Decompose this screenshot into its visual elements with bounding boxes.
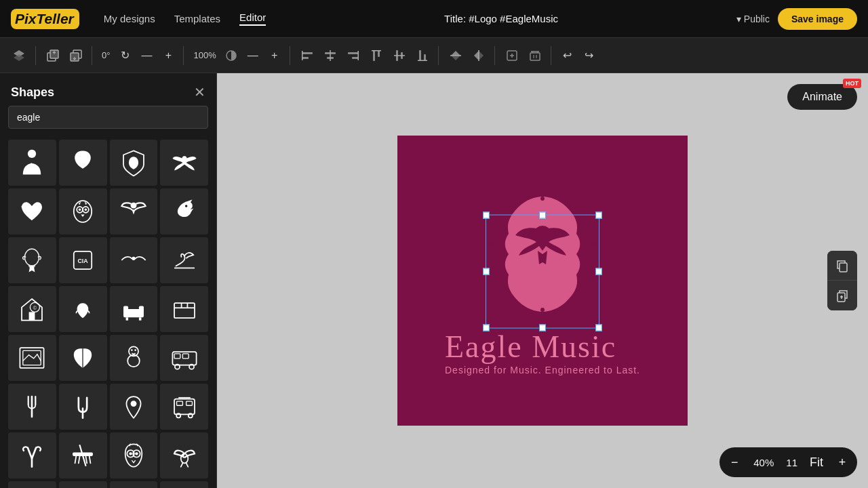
svg-rect-85 bbox=[176, 401, 182, 405]
undo-redo-group: ↩ ↪ bbox=[558, 46, 604, 65]
svg-rect-60 bbox=[139, 306, 144, 312]
svg-text:CIA: CIA bbox=[78, 258, 89, 264]
shape-cia-badge[interactable]: CIA bbox=[59, 237, 107, 283]
shape-rake[interactable] bbox=[59, 432, 107, 479]
sidebar-close-button[interactable]: ✕ bbox=[194, 84, 205, 100]
fit-button[interactable]: Fit bbox=[804, 450, 829, 474]
svg-rect-24 bbox=[418, 60, 427, 61]
order-group bbox=[43, 46, 92, 65]
shape-bus[interactable] bbox=[160, 335, 208, 381]
layers-group bbox=[8, 46, 36, 65]
zoom-minus[interactable]: — bbox=[243, 46, 262, 65]
copy-button[interactable] bbox=[827, 251, 857, 281]
svg-point-113 bbox=[540, 308, 545, 312]
svg-point-46 bbox=[79, 209, 81, 211]
shape-location-pin[interactable] bbox=[110, 384, 158, 430]
shape-eagle-wings3[interactable] bbox=[8, 481, 56, 488]
copy-paste-group bbox=[827, 251, 857, 310]
align-center[interactable] bbox=[320, 46, 340, 65]
save-button[interactable]: Save image bbox=[778, 8, 857, 30]
shape-leaf[interactable] bbox=[59, 335, 107, 381]
layers-button[interactable] bbox=[8, 46, 30, 65]
rotate-button[interactable]: ↻ bbox=[115, 46, 134, 65]
zoom-plus[interactable]: + bbox=[265, 46, 284, 65]
shape-picture-frame[interactable] bbox=[8, 335, 56, 381]
redo-button[interactable]: ↪ bbox=[580, 46, 599, 65]
public-button[interactable]: ▾ Public bbox=[736, 14, 770, 24]
align-top[interactable] bbox=[366, 46, 387, 65]
shape-owl[interactable] bbox=[110, 432, 158, 479]
shape-dove[interactable] bbox=[160, 432, 208, 479]
rotation-plus[interactable]: + bbox=[159, 46, 178, 65]
shape-tuning-fork[interactable] bbox=[59, 384, 107, 430]
svg-marker-29 bbox=[479, 51, 484, 60]
svg-point-111 bbox=[534, 226, 551, 239]
align-middle[interactable] bbox=[389, 46, 410, 65]
svg-line-95 bbox=[86, 456, 87, 464]
logo[interactable]: PixTeller bbox=[11, 9, 82, 29]
title-value[interactable]: #Logo #EagleMusic bbox=[469, 13, 558, 24]
shape-house[interactable]: © bbox=[8, 286, 56, 332]
delete-button[interactable] bbox=[525, 46, 545, 65]
add-page-button[interactable] bbox=[502, 46, 522, 65]
nav-my-designs[interactable]: My designs bbox=[104, 13, 155, 24]
nav-links: My designs Templates Editor bbox=[104, 12, 266, 26]
align-bottom[interactable] bbox=[412, 46, 433, 65]
top-nav: PixTeller My designs Templates Editor Ti… bbox=[0, 0, 868, 38]
shape-fork[interactable] bbox=[8, 384, 56, 430]
shape-eagle-head[interactable] bbox=[59, 140, 107, 186]
search-input[interactable] bbox=[8, 106, 208, 129]
svg-rect-75 bbox=[174, 354, 180, 359]
shape-snowman[interactable] bbox=[110, 335, 158, 381]
svg-point-50 bbox=[25, 249, 39, 266]
svg-rect-76 bbox=[182, 354, 189, 359]
animate-btn-container: HOT Animate bbox=[787, 84, 857, 110]
shape-heart-bird[interactable] bbox=[8, 188, 56, 235]
align-left[interactable] bbox=[297, 46, 317, 65]
undo-button[interactable]: ↩ bbox=[558, 46, 577, 65]
canvas-design[interactable]: Eagle Music Designed for Music. Engineer… bbox=[397, 136, 688, 426]
shape-eagle-profile[interactable] bbox=[160, 188, 208, 235]
shape-bird-branch[interactable] bbox=[160, 237, 208, 283]
flip-horizontal[interactable] bbox=[469, 46, 489, 65]
align-right[interactable] bbox=[343, 46, 363, 65]
svg-rect-9 bbox=[302, 51, 303, 60]
canvas-wrapper: Eagle Music Designed for Music. Engineer… bbox=[397, 136, 688, 426]
shape-tram[interactable] bbox=[160, 384, 208, 430]
svg-point-73 bbox=[134, 349, 136, 351]
shape-eagle-vintage[interactable] bbox=[8, 237, 56, 283]
shape-owl-face[interactable] bbox=[59, 188, 107, 235]
shape-birds-flight[interactable] bbox=[110, 237, 158, 283]
paste-button[interactable] bbox=[827, 281, 857, 310]
shape-sofa[interactable] bbox=[110, 286, 158, 332]
zoom-in-button[interactable]: + bbox=[830, 450, 854, 474]
eagle-emblem-svg[interactable] bbox=[471, 186, 614, 329]
shape-person[interactable] bbox=[8, 140, 56, 186]
shape-bird2[interactable] bbox=[59, 286, 107, 332]
shape-wishbone[interactable] bbox=[8, 432, 56, 479]
shape-eagle-wings2[interactable] bbox=[110, 188, 158, 235]
svg-rect-34 bbox=[530, 53, 540, 60]
shape-arrow-lr[interactable] bbox=[160, 481, 208, 488]
rotation-minus[interactable]: — bbox=[137, 46, 156, 65]
layers-count: 11 bbox=[781, 457, 803, 468]
nav-templates[interactable]: Templates bbox=[174, 13, 220, 24]
shape-box[interactable] bbox=[160, 286, 208, 332]
zoom-opacity[interactable] bbox=[222, 46, 241, 65]
svg-rect-7 bbox=[302, 52, 313, 54]
align-group bbox=[297, 46, 439, 65]
bring-up-button[interactable] bbox=[43, 46, 63, 65]
zoom-percentage: 40% bbox=[748, 457, 779, 468]
shape-arrow-ud[interactable] bbox=[110, 481, 158, 488]
flip-vertical[interactable] bbox=[446, 46, 466, 65]
design-subtitle: Designed for Music. Engineered to Last. bbox=[445, 365, 640, 375]
zoom-out-button[interactable]: − bbox=[722, 450, 747, 474]
shapes-sidebar: Shapes ✕ bbox=[0, 73, 217, 488]
send-down-button[interactable] bbox=[66, 46, 86, 65]
shape-eagle-spread[interactable] bbox=[160, 140, 208, 186]
svg-rect-55 bbox=[29, 312, 35, 320]
shape-eagle-shield[interactable] bbox=[110, 140, 158, 186]
shape-bottle[interactable] bbox=[59, 481, 107, 488]
nav-editor[interactable]: Editor bbox=[239, 12, 266, 26]
svg-point-115 bbox=[591, 242, 595, 246]
